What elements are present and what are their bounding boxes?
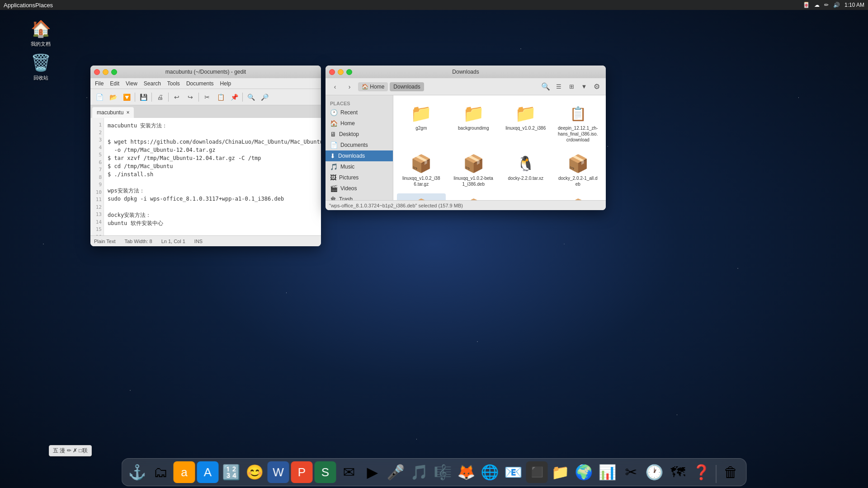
file-docky-deb[interactable]: 📦 docky_2.0.2-1_all.deb: [554, 149, 603, 190]
file-wps-deb[interactable]: 📦 wps-office_8.1.0.3724~b1p2_i386.deb: [397, 193, 446, 200]
open-recent-button[interactable]: 🔽: [120, 91, 133, 103]
cut-button[interactable]: ✂: [201, 91, 213, 103]
menu-documents[interactable]: Documents: [184, 80, 217, 88]
menu-search[interactable]: Search: [141, 80, 164, 88]
menu-file[interactable]: File: [92, 80, 106, 88]
fm-minimize-button[interactable]: [338, 69, 344, 75]
dock-itunes[interactable]: 🎵: [409, 461, 430, 483]
dock-player[interactable]: ▶: [362, 461, 383, 483]
fm-close-button[interactable]: [329, 69, 335, 75]
file-backgroundimg[interactable]: 📁 backgroundimg: [449, 99, 498, 145]
close-button[interactable]: [94, 69, 100, 75]
dock-pdf[interactable]: P: [291, 461, 313, 483]
forward-button[interactable]: ›: [344, 81, 355, 93]
tab-macubuntu[interactable]: macubuntu ×: [92, 107, 134, 118]
dock-globe[interactable]: 🌍: [573, 461, 595, 483]
save-button[interactable]: 💾: [137, 91, 150, 103]
menubar-icon-sound: 🔊: [833, 2, 840, 8]
desktop-icon-my-docs[interactable]: 🏠 我的文档: [23, 18, 59, 47]
file-wps-rpm[interactable]: 📦 wps-office-8.1.0.3724-0.1.b1p2.i686.rp…: [554, 193, 603, 200]
tab-width-label[interactable]: Tab Width: 8: [125, 239, 152, 244]
fm-file-grid: 📁 g2gm 📁 backgroundimg 📁 linuxqq_v1.0.2_…: [397, 99, 602, 200]
dock-firefox[interactable]: 🦊: [456, 461, 477, 483]
input-method-bar[interactable]: 五 漫 ✏ ✗ □联: [49, 445, 92, 456]
maximize-button[interactable]: [111, 69, 117, 75]
toolbar-sep-1: [135, 93, 135, 102]
sidebar-item-music[interactable]: 🎵 Music: [326, 161, 393, 172]
list-view-button[interactable]: ☰: [553, 81, 564, 92]
menu-help[interactable]: Help: [217, 80, 234, 88]
copy-button[interactable]: 📋: [214, 91, 227, 103]
dock-finder[interactable]: 🗂: [150, 461, 172, 483]
dock-chrome[interactable]: 🌐: [479, 461, 501, 483]
videos-label: Videos: [340, 185, 357, 192]
dock-itunes2[interactable]: 🎼: [432, 461, 454, 483]
tab-close-icon[interactable]: ×: [126, 109, 129, 116]
minimize-button[interactable]: [103, 69, 108, 75]
dock-terminal[interactable]: ⬛: [526, 461, 548, 483]
dock-trash[interactable]: 🗑: [720, 461, 742, 483]
print-button[interactable]: 🖨: [154, 91, 166, 103]
dock-activity[interactable]: 📊: [597, 461, 618, 483]
file-g2gm[interactable]: 📁 g2gm: [397, 99, 446, 145]
dock-appstore[interactable]: A: [197, 461, 219, 483]
breadcrumb-downloads[interactable]: Downloads: [390, 82, 424, 91]
dock-separator: [716, 465, 717, 483]
file-linuxqq-tar[interactable]: 📦 linuxqq_v1.0.2_i386.tar.gz: [397, 149, 446, 190]
dock-mic[interactable]: 🎤: [385, 461, 407, 483]
format-label[interactable]: Plain Text: [94, 239, 116, 244]
breadcrumb-home[interactable]: 🏠 Home: [358, 82, 388, 91]
dock-files[interactable]: 📁: [550, 461, 571, 483]
sidebar-item-documents[interactable]: 📄 Documents: [326, 140, 393, 150]
dock-word[interactable]: W: [268, 461, 289, 483]
file-linuxqq-deb[interactable]: 📦 linuxqq_v1.0.2-beta1_i386.deb: [449, 149, 498, 190]
new-button[interactable]: 📄: [93, 91, 106, 103]
fm-maximize-button[interactable]: [346, 69, 352, 75]
dock-calculator[interactable]: 🔢: [221, 461, 242, 483]
gedit-statusbar: Plain Text Tab Width: 8 Ln 1, Col 1 INS: [90, 235, 321, 246]
dock-amazon[interactable]: a: [174, 461, 195, 483]
back-button[interactable]: ‹: [329, 81, 341, 93]
menu-edit[interactable]: Edit: [107, 80, 122, 88]
sort-button[interactable]: ▼: [579, 81, 590, 92]
dock-map[interactable]: 🗺: [667, 461, 689, 483]
settings-button[interactable]: ⚙: [591, 81, 602, 92]
dock-help[interactable]: ❓: [691, 461, 712, 483]
paste-button[interactable]: 📌: [228, 91, 241, 103]
sidebar-item-downloads[interactable]: ⬇ Downloads: [326, 150, 393, 161]
docky-tar-icon: 🐧: [514, 152, 538, 175]
dock-backup[interactable]: 🕐: [644, 461, 665, 483]
file-flash-tar[interactable]: 📦 install_flash_player_11_linux.i386.tar…: [449, 193, 498, 200]
editor-area[interactable]: macubuntu 安装方法： $ wget https://github.co…: [104, 118, 321, 235]
file-docky-tar[interactable]: 🐧 docky-2.2.0.tar.xz: [501, 149, 550, 190]
dock-sheet[interactable]: S: [315, 461, 336, 483]
file-mountain-zip[interactable]: 🗜 mountain_lion_theme_for_unity_gnome_sh…: [501, 193, 550, 200]
file-deepin-iso[interactable]: 📋 deepin_12.12.1_zh-hans_final_i386.iso.…: [554, 99, 603, 145]
redo-button[interactable]: ↪: [184, 91, 197, 103]
menubar-icon-cloud: ☁: [814, 2, 820, 8]
dock-email[interactable]: 📧: [503, 461, 524, 483]
desktop-icon-trash[interactable]: 🗑️ 回收站: [23, 52, 59, 81]
dock-mail[interactable]: ✉: [338, 461, 360, 483]
sidebar-item-home[interactable]: 🏠 Home: [326, 118, 393, 129]
file-linuxqq-folder[interactable]: 📁 linuxqq_v1.0.2_i386: [501, 99, 550, 145]
sidebar-item-recent[interactable]: 🕐 Recent: [326, 107, 393, 118]
sidebar-item-desktop[interactable]: 🖥 Desktop: [326, 129, 393, 140]
dock-face[interactable]: 😊: [244, 461, 266, 483]
dock-scissors[interactable]: ✂: [620, 461, 642, 483]
zoom-in-button[interactable]: 🔍: [245, 91, 257, 103]
sidebar-item-videos[interactable]: 🎬 Videos: [326, 183, 393, 194]
grid-view-button[interactable]: ⊞: [566, 81, 577, 92]
undo-button[interactable]: ↩: [170, 91, 183, 103]
app-menu-label[interactable]: ApplicationsPlaces: [4, 2, 53, 9]
search-button[interactable]: 🔍: [540, 81, 552, 93]
open-button[interactable]: 📂: [107, 91, 119, 103]
dock-anchor[interactable]: ⚓: [127, 461, 148, 483]
menu-tools[interactable]: Tools: [165, 80, 183, 88]
sidebar-item-pictures[interactable]: 🖼 Pictures: [326, 172, 393, 183]
sidebar-item-trash[interactable]: 🗑 Trash: [326, 194, 393, 200]
fm-status-text: "wps-office_8.1.0.3724~b1p2_i386.deb" se…: [329, 203, 463, 208]
gedit-tabs: macubuntu ×: [90, 105, 321, 118]
menu-view[interactable]: View: [123, 80, 140, 88]
zoom-out-button[interactable]: 🔎: [258, 91, 271, 103]
